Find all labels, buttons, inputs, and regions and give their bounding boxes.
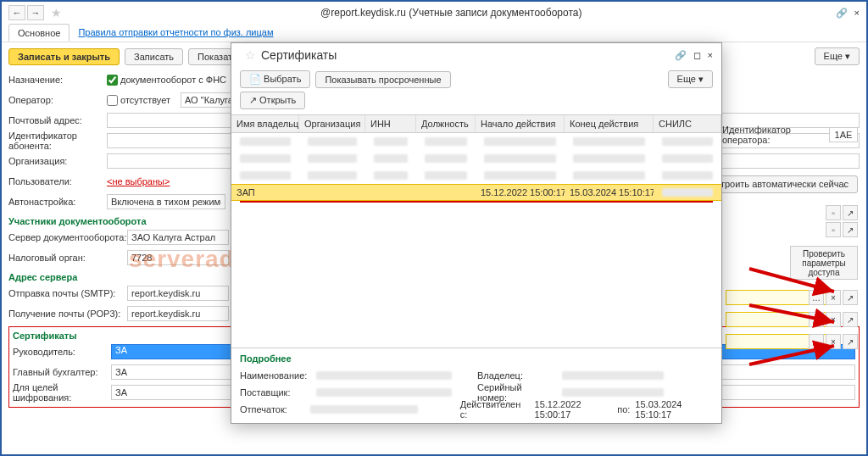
details-panel: Подробнее Наименование: Владелец: Постав… xyxy=(231,348,721,423)
tab-rules[interactable]: Правила отправки отчетности по физ. лица… xyxy=(70,24,281,42)
fns-checkbox[interactable]: документооборот с ФНС xyxy=(107,75,226,86)
col-owner[interactable]: Имя владельца xyxy=(231,115,299,132)
modal-close-icon[interactable]: × xyxy=(708,50,713,61)
link-icon[interactable]: 🔗 xyxy=(836,8,848,19)
table-row xyxy=(231,133,721,150)
main-tabs: Основное Правила отправки отчетности по … xyxy=(2,24,866,42)
modal-restore-icon[interactable]: ◻ xyxy=(693,50,701,61)
cert1-dots[interactable]: … xyxy=(809,290,824,305)
cert2-dots[interactable]: … xyxy=(809,312,824,327)
modal-more-button[interactable]: Еще ▾ xyxy=(668,70,713,88)
show-expired-button[interactable]: Показывать просроченные xyxy=(315,71,450,88)
save-close-button[interactable]: Записать и закрыть xyxy=(8,48,120,65)
users-label: Пользователи: xyxy=(8,176,107,186)
det-print-label: Отпечаток: xyxy=(240,404,302,414)
id-op-label: Идентификатор оператора: xyxy=(722,125,826,145)
abon-label: Идентификатор абонента: xyxy=(8,131,107,151)
titlebar: ← → ★ @report.keydisk.ru (Учетные записи… xyxy=(2,2,866,24)
favorite-icon[interactable]: ★ xyxy=(51,6,62,19)
mail-label: Почтовый адрес: xyxy=(8,115,107,125)
det-to-label: по: xyxy=(617,404,630,414)
absent-checkbox[interactable]: отсутствует xyxy=(107,95,170,106)
forward-button[interactable]: → xyxy=(27,5,44,20)
purpose-label: Назначение: xyxy=(8,75,107,85)
col-snils[interactable]: СНИЛС xyxy=(654,115,721,132)
col-inn[interactable]: ИНН xyxy=(365,115,416,132)
save-button[interactable]: Записать xyxy=(125,48,183,65)
pop3-label: Получение почты (POP3): xyxy=(8,309,127,319)
close-icon[interactable]: × xyxy=(854,8,860,19)
pop3-input[interactable] xyxy=(127,306,229,321)
tab-main[interactable]: Основное xyxy=(8,24,70,42)
open-button[interactable]: ↗ Открыть xyxy=(240,92,305,109)
details-header: Подробнее xyxy=(240,353,713,364)
det-valid-to: 15.03.2024 15:10:17 xyxy=(635,399,713,420)
docserver-label: Сервер документооборота: xyxy=(8,232,127,242)
table-row-selected: ЗАП 15.12.2022 15:00:17 15.03.2024 15:10… xyxy=(231,184,721,201)
window-title: @report.keydisk.ru (Учетные записи докум… xyxy=(67,7,836,19)
col-org[interactable]: Организация xyxy=(299,115,365,132)
id-op-input[interactable] xyxy=(829,127,858,142)
red-underline xyxy=(240,201,713,203)
cert1-x[interactable]: × xyxy=(826,290,841,305)
det-vendor-label: Поставщик: xyxy=(240,387,308,398)
grid-header: Имя владельца Организация ИНН Должность … xyxy=(231,114,721,133)
auto-input[interactable] xyxy=(107,194,225,209)
check-access-button[interactable]: Проверить параметры доступа xyxy=(790,246,858,280)
smtp-input[interactable] xyxy=(127,286,229,301)
modal-star-icon[interactable]: ☆ xyxy=(245,48,256,62)
det-name-label: Наименование: xyxy=(240,370,308,381)
col-pos[interactable]: Должность xyxy=(416,115,476,132)
certificates-modal: ☆ Сертификаты 🔗◻× 📄 Выбрать Показывать п… xyxy=(231,42,722,424)
cert3-x[interactable]: × xyxy=(826,334,841,349)
select-button[interactable]: 📄 Выбрать xyxy=(240,70,310,88)
org-label: Организация: xyxy=(8,156,107,166)
det-owner-label: Владелец: xyxy=(477,370,554,381)
modal-link-icon[interactable]: 🔗 xyxy=(675,50,687,61)
auto-label: Автонастройка: xyxy=(8,197,107,207)
tax-label: Налоговый орган: xyxy=(8,253,127,263)
enc-cert-label: Для целей шифрования: xyxy=(13,382,111,403)
docserver-input[interactable] xyxy=(127,230,229,245)
srv-link-2[interactable]: ↗ xyxy=(843,222,858,237)
window-controls: 🔗 × xyxy=(836,8,860,19)
cert3-dots[interactable]: … xyxy=(809,334,824,349)
users-link[interactable]: <не выбраны> xyxy=(107,176,170,186)
acc-cert-label: Главный бухгалтер: xyxy=(13,367,111,377)
table-row xyxy=(231,167,721,184)
srv-link-1[interactable]: ↗ xyxy=(843,205,858,220)
table-row xyxy=(231,150,721,167)
cert2-link[interactable]: ↗ xyxy=(843,312,858,327)
cert1-link[interactable]: ↗ xyxy=(843,290,858,305)
modal-title: Сертификаты xyxy=(261,48,675,62)
head-cert-label: Руководитель: xyxy=(13,347,111,357)
smtp-label: Отправка почты (SMTP): xyxy=(8,288,127,298)
srv-open-2[interactable]: ▫ xyxy=(826,222,841,237)
det-valid-from-label: Действителен с: xyxy=(460,399,530,420)
tax-input[interactable] xyxy=(127,250,229,265)
cert2-x[interactable]: × xyxy=(826,312,841,327)
operator-label: Оператор: xyxy=(8,95,107,105)
col-end[interactable]: Конец действия xyxy=(565,115,654,132)
srv-open-1[interactable]: ▫ xyxy=(826,205,841,220)
grid-body[interactable]: ЗАП 15.12.2022 15:00:17 15.03.2024 15:10… xyxy=(231,133,721,348)
back-button[interactable]: ← xyxy=(8,5,25,20)
right-column: Идентификатор оператора: xyxy=(722,125,858,148)
cert3-link[interactable]: ↗ xyxy=(843,334,858,349)
col-start[interactable]: Начало действия xyxy=(476,115,565,132)
det-valid-from: 15.12.2022 15:00:17 xyxy=(535,399,613,420)
more-button[interactable]: Еще ▾ xyxy=(815,47,860,65)
